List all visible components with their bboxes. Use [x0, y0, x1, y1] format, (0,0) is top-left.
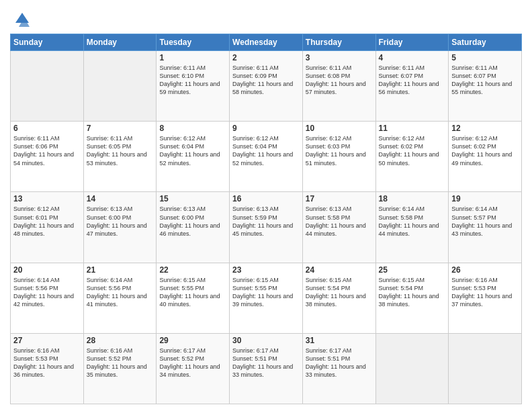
- page: SundayMondayTuesdayWednesdayThursdayFrid…: [0, 0, 532, 411]
- calendar-cell: 21Sunrise: 6:14 AMSunset: 5:56 PMDayligh…: [83, 263, 157, 333]
- calendar-cell: 17Sunrise: 6:13 AMSunset: 5:58 PMDayligh…: [302, 192, 375, 263]
- calendar-cell: 22Sunrise: 6:15 AMSunset: 5:55 PMDayligh…: [157, 263, 230, 333]
- cell-text: Sunrise: 6:11 AMSunset: 6:07 PMDaylight:…: [379, 64, 446, 97]
- cell-text: Sunrise: 6:12 AMSunset: 6:01 PMDaylight:…: [13, 205, 81, 238]
- day-number: 25: [379, 265, 446, 275]
- calendar-cell: [375, 333, 449, 404]
- calendar-cell: 13Sunrise: 6:12 AMSunset: 6:01 PMDayligh…: [11, 192, 84, 263]
- cell-text: Sunrise: 6:13 AMSunset: 6:00 PMDaylight:…: [159, 205, 226, 238]
- calendar-cell: [83, 51, 157, 122]
- cell-text: Sunrise: 6:14 AMSunset: 5:56 PMDaylight:…: [87, 276, 154, 309]
- cell-text: Sunrise: 6:12 AMSunset: 6:04 PMDaylight:…: [232, 134, 300, 167]
- day-number: 4: [379, 53, 446, 62]
- day-number: 1: [159, 53, 226, 62]
- day-number: 8: [159, 124, 226, 133]
- calendar-cell: 7Sunrise: 6:11 AMSunset: 6:05 PMDaylight…: [83, 122, 157, 192]
- week-row-2: 13Sunrise: 6:12 AMSunset: 6:01 PMDayligh…: [11, 192, 522, 263]
- day-number: 26: [451, 265, 519, 275]
- day-number: 22: [159, 265, 226, 275]
- header-row: SundayMondayTuesdayWednesdayThursdayFrid…: [11, 34, 522, 51]
- cell-text: Sunrise: 6:16 AMSunset: 5:53 PMDaylight:…: [451, 276, 519, 309]
- cell-text: Sunrise: 6:15 AMSunset: 5:54 PMDaylight:…: [379, 276, 446, 309]
- calendar-cell: 6Sunrise: 6:11 AMSunset: 6:06 PMDaylight…: [11, 122, 84, 192]
- day-number: 14: [87, 194, 154, 203]
- calendar-cell: [449, 333, 522, 404]
- day-number: 3: [306, 53, 373, 62]
- day-number: 15: [159, 194, 226, 203]
- calendar-cell: 1Sunrise: 6:11 AMSunset: 6:10 PMDaylight…: [157, 51, 230, 122]
- cell-text: Sunrise: 6:13 AMSunset: 6:00 PMDaylight:…: [87, 205, 154, 238]
- cell-text: Sunrise: 6:17 AMSunset: 5:51 PMDaylight:…: [232, 347, 300, 379]
- calendar-cell: 14Sunrise: 6:13 AMSunset: 6:00 PMDayligh…: [83, 192, 157, 263]
- week-row-0: 1Sunrise: 6:11 AMSunset: 6:10 PMDaylight…: [11, 51, 522, 122]
- day-number: 30: [232, 336, 300, 345]
- cell-text: Sunrise: 6:12 AMSunset: 6:02 PMDaylight:…: [451, 134, 519, 167]
- day-number: 23: [232, 265, 300, 275]
- cell-text: Sunrise: 6:13 AMSunset: 5:58 PMDaylight:…: [306, 205, 373, 238]
- cell-text: Sunrise: 6:11 AMSunset: 6:07 PMDaylight:…: [451, 64, 519, 97]
- calendar-cell: 23Sunrise: 6:15 AMSunset: 5:55 PMDayligh…: [230, 263, 303, 333]
- calendar-cell: 18Sunrise: 6:14 AMSunset: 5:58 PMDayligh…: [375, 192, 449, 263]
- calendar-cell: [11, 51, 84, 122]
- calendar-cell: 8Sunrise: 6:12 AMSunset: 6:04 PMDaylight…: [157, 122, 230, 192]
- calendar-cell: 26Sunrise: 6:16 AMSunset: 5:53 PMDayligh…: [449, 263, 522, 333]
- day-number: 7: [87, 124, 154, 133]
- calendar-cell: 27Sunrise: 6:16 AMSunset: 5:53 PMDayligh…: [11, 333, 84, 404]
- day-number: 19: [451, 194, 519, 203]
- cell-text: Sunrise: 6:11 AMSunset: 6:10 PMDaylight:…: [159, 64, 226, 97]
- day-number: 9: [232, 124, 300, 133]
- day-number: 29: [159, 336, 226, 345]
- day-number: 6: [13, 124, 81, 133]
- calendar-cell: 20Sunrise: 6:14 AMSunset: 5:56 PMDayligh…: [11, 263, 84, 333]
- calendar-cell: 10Sunrise: 6:12 AMSunset: 6:03 PMDayligh…: [302, 122, 375, 192]
- cell-text: Sunrise: 6:14 AMSunset: 5:58 PMDaylight:…: [379, 205, 446, 238]
- calendar-cell: 28Sunrise: 6:16 AMSunset: 5:52 PMDayligh…: [83, 333, 157, 404]
- cell-text: Sunrise: 6:12 AMSunset: 6:04 PMDaylight:…: [159, 134, 226, 167]
- cell-text: Sunrise: 6:11 AMSunset: 6:08 PMDaylight:…: [306, 64, 373, 97]
- header-day-wednesday: Wednesday: [230, 34, 303, 51]
- calendar-body: 1Sunrise: 6:11 AMSunset: 6:10 PMDaylight…: [11, 51, 522, 404]
- header: [10, 7, 522, 30]
- calendar-cell: 5Sunrise: 6:11 AMSunset: 6:07 PMDaylight…: [449, 51, 522, 122]
- header-day-friday: Friday: [375, 34, 449, 51]
- cell-text: Sunrise: 6:11 AMSunset: 6:05 PMDaylight:…: [87, 134, 154, 167]
- day-number: 16: [232, 194, 300, 203]
- day-number: 24: [306, 265, 373, 275]
- week-row-1: 6Sunrise: 6:11 AMSunset: 6:06 PMDaylight…: [11, 122, 522, 192]
- logo: [10, 9, 32, 30]
- cell-text: Sunrise: 6:15 AMSunset: 5:54 PMDaylight:…: [306, 276, 373, 309]
- day-number: 10: [306, 124, 373, 133]
- calendar-cell: 30Sunrise: 6:17 AMSunset: 5:51 PMDayligh…: [230, 333, 303, 404]
- header-day-monday: Monday: [83, 34, 157, 51]
- calendar-cell: 24Sunrise: 6:15 AMSunset: 5:54 PMDayligh…: [302, 263, 375, 333]
- week-row-4: 27Sunrise: 6:16 AMSunset: 5:53 PMDayligh…: [11, 333, 522, 404]
- calendar-cell: 16Sunrise: 6:13 AMSunset: 5:59 PMDayligh…: [230, 192, 303, 263]
- cell-text: Sunrise: 6:14 AMSunset: 5:56 PMDaylight:…: [13, 276, 81, 309]
- calendar-cell: 3Sunrise: 6:11 AMSunset: 6:08 PMDaylight…: [302, 51, 375, 122]
- day-number: 27: [13, 336, 81, 345]
- calendar-cell: 31Sunrise: 6:17 AMSunset: 5:51 PMDayligh…: [302, 333, 375, 404]
- calendar-cell: 15Sunrise: 6:13 AMSunset: 6:00 PMDayligh…: [157, 192, 230, 263]
- calendar: SundayMondayTuesdayWednesdayThursdayFrid…: [10, 34, 522, 404]
- week-row-3: 20Sunrise: 6:14 AMSunset: 5:56 PMDayligh…: [11, 263, 522, 333]
- day-number: 5: [451, 53, 519, 62]
- header-day-tuesday: Tuesday: [157, 34, 230, 51]
- cell-text: Sunrise: 6:17 AMSunset: 5:51 PMDaylight:…: [306, 347, 373, 379]
- calendar-header: SundayMondayTuesdayWednesdayThursdayFrid…: [11, 34, 522, 51]
- day-number: 11: [379, 124, 446, 133]
- calendar-cell: 25Sunrise: 6:15 AMSunset: 5:54 PMDayligh…: [375, 263, 449, 333]
- cell-text: Sunrise: 6:11 AMSunset: 6:09 PMDaylight:…: [232, 64, 300, 97]
- day-number: 12: [451, 124, 519, 133]
- day-number: 20: [13, 265, 81, 275]
- cell-text: Sunrise: 6:12 AMSunset: 6:02 PMDaylight:…: [379, 134, 446, 167]
- day-number: 17: [306, 194, 373, 203]
- cell-text: Sunrise: 6:16 AMSunset: 5:53 PMDaylight:…: [13, 347, 81, 379]
- day-number: 31: [306, 336, 373, 345]
- cell-text: Sunrise: 6:15 AMSunset: 5:55 PMDaylight:…: [159, 276, 226, 309]
- header-day-sunday: Sunday: [11, 34, 84, 51]
- day-number: 13: [13, 194, 81, 203]
- calendar-cell: 29Sunrise: 6:17 AMSunset: 5:52 PMDayligh…: [157, 333, 230, 404]
- cell-text: Sunrise: 6:17 AMSunset: 5:52 PMDaylight:…: [159, 347, 226, 379]
- logo-icon: [12, 9, 32, 30]
- day-number: 21: [87, 265, 154, 275]
